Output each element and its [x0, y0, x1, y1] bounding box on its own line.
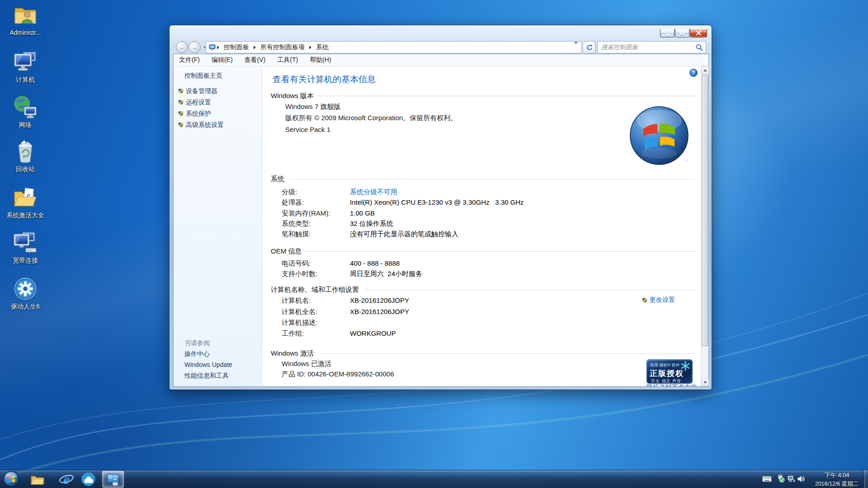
taskbar-qq-browser-button[interactable] — [80, 472, 96, 486]
taskbar-ie-button[interactable]: e — [59, 472, 74, 486]
section-header: Windows 激活 — [271, 349, 314, 358]
genuine-software-badge[interactable]: 使用 微软® 软件 正版授权 安全 稳定 声誉 — [646, 359, 693, 384]
sidebar-item-advanced-settings[interactable]: 高级系统设置 — [186, 121, 224, 129]
start-button[interactable] — [2, 470, 20, 488]
menu-file[interactable]: 文件(F) — [179, 56, 200, 64]
breadcrumb-all-items[interactable]: 所有控制面板项 — [257, 42, 308, 53]
breadcrumb-control-panel[interactable]: 控制面板 — [220, 42, 253, 53]
desktop-icon-driver-tool[interactable]: 驱动人生6 — [4, 277, 47, 310]
network-status-icon[interactable] — [788, 475, 795, 484]
taskbar-clock[interactable]: 下午 4:04 2016/12/6 星期二 — [813, 471, 861, 488]
system-window: ← → 控制面板 所有控制面板项 系统 — [169, 25, 712, 390]
desktop-icon-activation-folder[interactable]: e 系统激活大全 — [4, 185, 47, 219]
section-windows-version: Windows 版本 — [271, 92, 695, 100]
section-rule — [363, 290, 695, 290]
desktop-icon-broadband[interactable]: 宽带连接 — [4, 230, 47, 264]
clock-time: 下午 4:04 — [813, 471, 861, 479]
breadcrumb-system[interactable]: 系统 — [312, 42, 332, 53]
title-bar[interactable] — [170, 26, 711, 40]
breadcrumb-separator-icon — [217, 46, 219, 49]
internet-explorer-icon: e — [59, 472, 74, 487]
vertical-scrollbar[interactable] — [701, 66, 708, 386]
safely-remove-hardware-icon[interactable] — [777, 474, 785, 484]
badge-line2: 正版授权 — [650, 368, 684, 379]
uac-shield-icon — [178, 110, 184, 117]
oem-row-hours: 支持小时数: 周日至周六 24小时服务 — [263, 270, 701, 279]
desktop-icon-recycle-bin[interactable]: 回收站 — [4, 139, 47, 173]
name-row-description: 计算机描述: — [263, 319, 701, 328]
desktop-icon-label: 计算机 — [4, 76, 47, 83]
volume-icon[interactable] — [797, 475, 805, 484]
desktop-icon-computer[interactable]: 计算机 — [4, 50, 47, 83]
back-button[interactable]: ← — [176, 41, 188, 53]
search-input[interactable] — [598, 42, 706, 53]
menu-tools[interactable]: 工具(T) — [277, 56, 298, 64]
gear-circle-icon — [13, 277, 38, 301]
search-field — [597, 41, 706, 53]
row-value: 没有可用于此显示器的笔或触控输入 — [350, 230, 458, 239]
user-folder-icon — [13, 3, 38, 27]
help-button[interactable]: ? — [689, 69, 698, 77]
page-title: 查看有关计算机的基本信息 — [273, 74, 376, 85]
rating-unavailable-link[interactable]: 系统分级不可用 — [350, 188, 397, 197]
sidebar-item-remote-settings[interactable]: 远程设置 — [186, 99, 211, 107]
menu-help[interactable]: 帮助(H) — [310, 56, 331, 64]
section-oem: OEM 信息 — [271, 247, 695, 256]
minimize-button[interactable] — [660, 29, 675, 38]
sidebar-item-action-center[interactable]: 操作中心 — [184, 350, 210, 358]
maximize-button[interactable] — [675, 29, 689, 38]
show-desktop-button[interactable] — [863, 470, 868, 488]
close-button[interactable] — [690, 29, 707, 38]
system-row-pen-touch: 笔和触摸: 没有可用于此显示器的笔或触控输入 — [263, 230, 701, 239]
sidebar-item-system-protection[interactable]: 系统保护 — [186, 110, 211, 118]
scroll-up-button[interactable] — [701, 66, 709, 74]
close-icon — [696, 31, 702, 35]
uac-shield-icon — [178, 99, 184, 106]
search-icon[interactable] — [696, 44, 703, 51]
row-label: 笔和触摸: — [282, 230, 311, 239]
row-value: 400 - 888 - 8888 — [350, 259, 400, 267]
window-client: 控制面板主页 设备管理器 远程设置 系统保护 高级系统设置 另请参阅 操作中心 … — [173, 66, 709, 387]
menu-view[interactable]: 查看(V) — [245, 56, 266, 64]
desktop-icon-label: 回收站 — [4, 166, 47, 173]
learn-more-link[interactable]: 联机了解更多内容 — [646, 384, 697, 386]
scrollbar-thumb[interactable] — [702, 75, 708, 346]
row-value: 周日至周六 24小时服务 — [350, 270, 422, 278]
forward-button[interactable]: → — [189, 41, 201, 53]
taskbar-active-system-window[interactable] — [102, 471, 124, 488]
start-orb-icon — [3, 470, 20, 488]
menu-bar: 文件(F) 编辑(E) 查看(V) 工具(T) 帮助(H) — [173, 54, 709, 66]
see-also-header: 另请参阅 — [184, 339, 210, 347]
sidebar-item-device-manager[interactable]: 设备管理器 — [186, 87, 217, 95]
sidebar-item-windows-update[interactable]: Windows Update — [184, 361, 232, 368]
svg-text:e: e — [63, 472, 69, 487]
scroll-down-button[interactable] — [701, 379, 709, 386]
menu-edit[interactable]: 编辑(E) — [212, 56, 233, 64]
arrow-down-icon — [703, 381, 707, 384]
row-label: 处理器: — [282, 198, 304, 207]
main-content: ? 查看有关计算机的基本信息 Windows 版本 Windows 7 旗舰版 … — [263, 66, 701, 386]
desktop-icon-label: 驱动人生6 — [4, 303, 47, 310]
computer-icon — [13, 50, 38, 74]
address-dropdown-button[interactable] — [571, 44, 581, 51]
section-rule — [289, 179, 695, 179]
section-header: OEM 信息 — [271, 247, 302, 256]
svg-text:®: ® — [684, 158, 688, 163]
input-method-keyboard-icon[interactable] — [762, 476, 772, 484]
desktop-icon-network[interactable]: 网络 — [4, 95, 47, 128]
desktop-icon-admin-folder[interactable]: Administr... — [4, 3, 47, 36]
row-value: XB-20161206JOPY — [350, 308, 409, 315]
row-label: 支持小时数: — [282, 270, 317, 278]
desktop-icon-label: 系统激活大全 — [4, 212, 47, 219]
activation-status: Windows 已激活 — [282, 360, 331, 368]
control-panel-icon — [106, 473, 120, 486]
sidebar-item-performance-tools[interactable]: 性能信息和工具 — [184, 372, 229, 380]
address-bar[interactable]: 控制面板 所有控制面板项 系统 — [206, 41, 582, 53]
taskbar-explorer-button[interactable] — [30, 472, 45, 486]
breadcrumb-separator-icon — [309, 46, 311, 49]
sidebar-item-control-panel-home[interactable]: 控制面板主页 — [184, 72, 222, 80]
desktop-icon-label: 宽带连接 — [4, 257, 47, 264]
badge-line3: 安全 稳定 声誉 — [651, 378, 681, 384]
breadcrumb-separator-icon — [254, 46, 256, 49]
refresh-button[interactable] — [584, 41, 595, 53]
